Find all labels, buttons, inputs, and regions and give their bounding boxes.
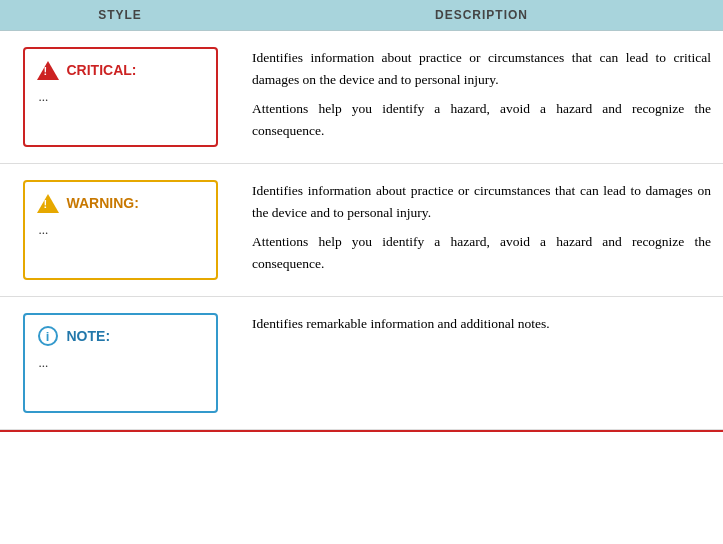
row-warning: WARNING: ... Identifies information abou… xyxy=(0,164,723,297)
bottom-border xyxy=(0,430,723,434)
note-desc-1: Identifies remarkable information and ad… xyxy=(252,313,711,335)
desc-cell-warning: Identifies information about practice or… xyxy=(240,164,723,296)
notice-box-warning: WARNING: ... xyxy=(23,180,218,280)
notice-header-critical: CRITICAL: xyxy=(37,59,204,81)
warning-title: WARNING: xyxy=(67,195,139,211)
critical-ellipsis: ... xyxy=(37,89,204,105)
note-title: NOTE: xyxy=(67,328,111,344)
table-wrapper: STYLE DESCRIPTION CRITICAL: ... Identifi… xyxy=(0,0,723,434)
notice-header-note: i NOTE: xyxy=(37,325,204,347)
warning-ellipsis: ... xyxy=(37,222,204,238)
critical-icon xyxy=(37,59,59,81)
critical-desc-1: Identifies information about practice or… xyxy=(252,47,711,90)
row-critical: CRITICAL: ... Identifies information abo… xyxy=(0,31,723,164)
row-note: i NOTE: ... Identifies remarkable inform… xyxy=(0,297,723,430)
header-style: STYLE xyxy=(0,0,240,30)
style-cell-warning: WARNING: ... xyxy=(0,164,240,296)
warning-desc-2: Attentions help you identify a hazard, a… xyxy=(252,231,711,274)
table-header: STYLE DESCRIPTION xyxy=(0,0,723,31)
header-description: DESCRIPTION xyxy=(240,0,723,30)
notice-header-warning: WARNING: xyxy=(37,192,204,214)
style-cell-note: i NOTE: ... xyxy=(0,297,240,429)
notice-box-critical: CRITICAL: ... xyxy=(23,47,218,147)
desc-cell-critical: Identifies information about practice or… xyxy=(240,31,723,163)
style-cell-critical: CRITICAL: ... xyxy=(0,31,240,163)
warning-desc-1: Identifies information about practice or… xyxy=(252,180,711,223)
note-icon: i xyxy=(37,325,59,347)
warning-icon xyxy=(37,192,59,214)
notice-box-note: i NOTE: ... xyxy=(23,313,218,413)
note-ellipsis: ... xyxy=(37,355,204,371)
critical-title: CRITICAL: xyxy=(67,62,137,78)
critical-desc-2: Attentions help you identify a hazard, a… xyxy=(252,98,711,141)
desc-cell-note: Identifies remarkable information and ad… xyxy=(240,297,723,429)
